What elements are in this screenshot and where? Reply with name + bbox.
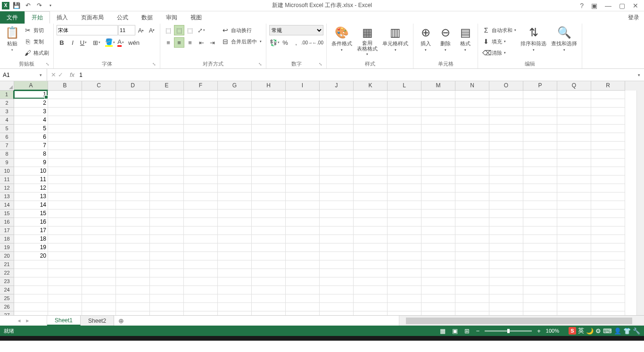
cell-G4[interactable] xyxy=(218,116,252,125)
cell-P6[interactable] xyxy=(523,133,557,142)
font-launcher[interactable]: ⤡ xyxy=(151,62,157,67)
cell-H10[interactable] xyxy=(252,167,286,176)
cell-A12[interactable]: 12 xyxy=(14,184,48,193)
cell-N13[interactable] xyxy=(455,193,489,201)
cell-R7[interactable] xyxy=(591,142,625,150)
cell-A3[interactable]: 3 xyxy=(14,108,48,116)
cell-Q10[interactable] xyxy=(557,167,591,176)
cell-B22[interactable] xyxy=(48,269,82,277)
column-header-I[interactable]: I xyxy=(286,81,320,91)
cell-N12[interactable] xyxy=(455,184,489,193)
cell-P20[interactable] xyxy=(523,252,557,260)
clipboard-launcher[interactable]: ⤡ xyxy=(45,62,50,67)
cell-J27[interactable] xyxy=(320,311,354,315)
column-header-J[interactable]: J xyxy=(320,81,354,91)
cell-E27[interactable] xyxy=(150,311,184,315)
cell-K18[interactable] xyxy=(354,235,388,243)
cell-J1[interactable] xyxy=(320,91,354,99)
cell-I26[interactable] xyxy=(286,303,320,311)
cell-D24[interactable] xyxy=(116,286,150,294)
cell-N8[interactable] xyxy=(455,150,489,159)
cell-R3[interactable] xyxy=(591,108,625,116)
cell-C7[interactable] xyxy=(82,142,116,150)
cell-N25[interactable] xyxy=(455,294,489,303)
cell-R27[interactable] xyxy=(591,311,625,315)
cell-F1[interactable] xyxy=(184,91,218,99)
decrease-indent-button[interactable]: ⇤ xyxy=(196,37,206,48)
row-header-15[interactable]: 15 xyxy=(0,210,14,218)
cell-E12[interactable] xyxy=(150,184,184,193)
vertical-scrollbar[interactable] xyxy=(636,91,644,315)
cell-C13[interactable] xyxy=(82,193,116,201)
cell-G8[interactable] xyxy=(218,150,252,159)
cell-D19[interactable] xyxy=(116,243,150,252)
cell-F8[interactable] xyxy=(184,150,218,159)
cell-P26[interactable] xyxy=(523,303,557,311)
cell-D5[interactable] xyxy=(116,125,150,133)
cell-L21[interactable] xyxy=(388,260,421,269)
cell-J11[interactable] xyxy=(320,176,354,184)
row-header-23[interactable]: 23 xyxy=(0,277,14,286)
cell-O19[interactable] xyxy=(489,243,523,252)
cell-D25[interactable] xyxy=(116,294,150,303)
cell-L27[interactable] xyxy=(388,311,421,315)
increase-indent-button[interactable]: ⇥ xyxy=(207,37,217,48)
cell-Q13[interactable] xyxy=(557,193,591,201)
cell-R9[interactable] xyxy=(591,159,625,167)
cell-Q15[interactable] xyxy=(557,210,591,218)
cell-B8[interactable] xyxy=(48,150,82,159)
cell-R16[interactable] xyxy=(591,218,625,226)
cell-H19[interactable] xyxy=(252,243,286,252)
cell-K6[interactable] xyxy=(354,133,388,142)
cell-C11[interactable] xyxy=(82,176,116,184)
cell-A16[interactable]: 16 xyxy=(14,218,48,226)
row-header-27[interactable]: 27 xyxy=(0,311,14,315)
cut-button[interactable]: ✂剪切 xyxy=(23,25,50,35)
cell-A15[interactable]: 15 xyxy=(14,210,48,218)
sort-filter-button[interactable]: ⇅排序和筛选▾ xyxy=(519,25,548,53)
format-table-button[interactable]: ▦套用 表格格式▾ xyxy=(355,25,380,57)
cell-R1[interactable] xyxy=(591,91,625,99)
cell-P12[interactable] xyxy=(523,184,557,193)
cell-H1[interactable] xyxy=(252,91,286,99)
cell-G10[interactable] xyxy=(218,167,252,176)
cell-Q14[interactable] xyxy=(557,201,591,210)
cell-C2[interactable] xyxy=(82,99,116,108)
cell-I16[interactable] xyxy=(286,218,320,226)
cell-B15[interactable] xyxy=(48,210,82,218)
cell-K15[interactable] xyxy=(354,210,388,218)
cell-B5[interactable] xyxy=(48,125,82,133)
cell-N19[interactable] xyxy=(455,243,489,252)
cell-E10[interactable] xyxy=(150,167,184,176)
cell-A25[interactable] xyxy=(14,294,48,303)
cell-G13[interactable] xyxy=(218,193,252,201)
cell-Q12[interactable] xyxy=(557,184,591,193)
cell-M11[interactable] xyxy=(421,176,455,184)
cell-N24[interactable] xyxy=(455,286,489,294)
cell-R24[interactable] xyxy=(591,286,625,294)
cell-E11[interactable] xyxy=(150,176,184,184)
cell-D13[interactable] xyxy=(116,193,150,201)
cell-A11[interactable]: 11 xyxy=(14,176,48,184)
cell-Q23[interactable] xyxy=(557,277,591,286)
cell-H15[interactable] xyxy=(252,210,286,218)
cell-E2[interactable] xyxy=(150,99,184,108)
cell-E23[interactable] xyxy=(150,277,184,286)
align-center-button[interactable]: ≡ xyxy=(174,37,184,48)
horizontal-scrollbar[interactable] xyxy=(399,316,644,326)
cell-R22[interactable] xyxy=(591,269,625,277)
cell-L1[interactable] xyxy=(388,91,421,99)
cell-I2[interactable] xyxy=(286,99,320,108)
cell-E16[interactable] xyxy=(150,218,184,226)
cell-H7[interactable] xyxy=(252,142,286,150)
row-header-3[interactable]: 3 xyxy=(0,108,14,116)
cell-K4[interactable] xyxy=(354,116,388,125)
cell-F9[interactable] xyxy=(184,159,218,167)
cell-R26[interactable] xyxy=(591,303,625,311)
signin-link[interactable]: 登录 xyxy=(623,11,644,24)
column-header-G[interactable]: G xyxy=(218,81,252,91)
cell-D16[interactable] xyxy=(116,218,150,226)
cell-M6[interactable] xyxy=(421,133,455,142)
cell-H23[interactable] xyxy=(252,277,286,286)
cell-I21[interactable] xyxy=(286,260,320,269)
